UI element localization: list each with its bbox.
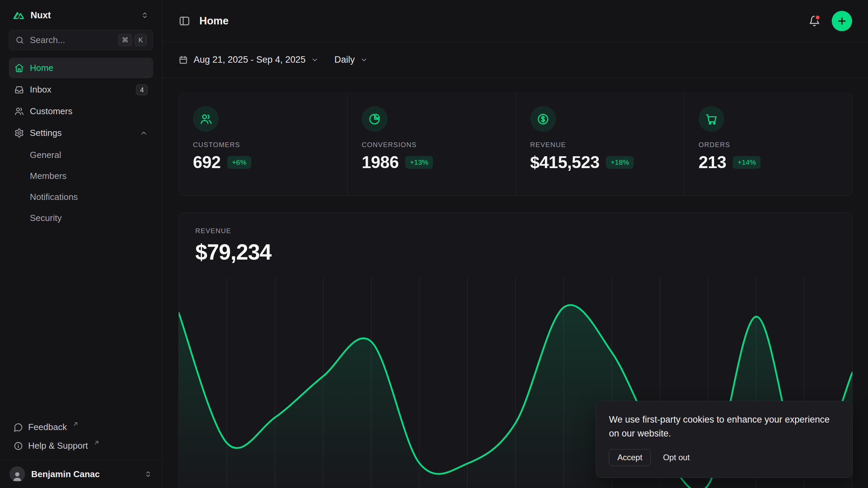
stat-orders[interactable]: ORDERS 213 +14% xyxy=(684,93,852,196)
feedback-bubble-icon xyxy=(14,423,23,432)
sidebar-item-customers[interactable]: Customers xyxy=(9,101,153,122)
users-icon xyxy=(14,106,24,116)
stat-value: $415,523 xyxy=(530,152,600,172)
filters-toolbar: Aug 21, 2025 - Sep 4, 2025 Daily xyxy=(162,42,868,78)
search-placeholder: Search... xyxy=(30,35,65,45)
revenue-card-value: $79,234 xyxy=(195,240,836,265)
kbd-k: K xyxy=(135,34,147,46)
stat-conversions[interactable]: CONVERSIONS 1986 +13% xyxy=(347,93,516,196)
info-circle-icon xyxy=(14,441,23,451)
calendar-icon xyxy=(178,55,188,65)
search-kbd-group: ⌘ K xyxy=(118,34,147,46)
sidebar-item-home[interactable]: Home xyxy=(9,58,153,78)
nuxt-logo-icon xyxy=(13,9,24,21)
page-title: Home xyxy=(199,15,229,27)
feedback-link[interactable]: Feedback xyxy=(9,418,153,436)
stat-value: 1986 xyxy=(362,152,399,172)
panel-left-icon xyxy=(178,15,191,27)
kbd-cmd: ⌘ xyxy=(118,34,132,46)
external-link-icon xyxy=(73,421,78,427)
dollar-circle-icon xyxy=(530,106,556,132)
stat-label: REVENUE xyxy=(530,141,670,149)
sidebar-item-notifications[interactable]: Notifications xyxy=(9,186,153,207)
chevron-up-down-icon xyxy=(144,470,153,479)
cookie-optout-button[interactable]: Opt out xyxy=(663,453,690,462)
revenue-card-label: REVENUE xyxy=(195,227,836,235)
stat-label: CUSTOMERS xyxy=(193,141,333,149)
notifications-button[interactable] xyxy=(809,15,820,27)
chevron-up-down-icon xyxy=(140,11,149,20)
external-link-icon xyxy=(94,440,99,446)
sidebar-item-label: Customers xyxy=(30,106,73,117)
app-root: Nuxt Search... ⌘ K Home Inbo xyxy=(0,0,868,488)
date-range-picker[interactable]: Aug 21, 2025 - Sep 4, 2025 xyxy=(178,55,319,65)
sidebar-item-security[interactable]: Security xyxy=(9,207,153,228)
user-menu[interactable]: Benjamin Canac xyxy=(0,460,162,488)
sidebar-spacer xyxy=(0,228,162,418)
plus-icon xyxy=(836,16,847,26)
add-button[interactable] xyxy=(832,11,852,31)
stat-delta-badge: +14% xyxy=(733,156,761,168)
stat-label: ORDERS xyxy=(698,141,838,149)
cookie-accept-button[interactable]: Accept xyxy=(609,449,651,466)
granularity-select[interactable]: Daily xyxy=(334,55,368,65)
stat-delta-badge: +13% xyxy=(405,156,433,168)
workspace-selector[interactable]: Nuxt xyxy=(9,5,153,25)
workspace-name: Nuxt xyxy=(31,10,51,21)
help-support-link[interactable]: Help & Support xyxy=(9,436,153,455)
sidebar: Nuxt Search... ⌘ K Home Inbo xyxy=(0,0,162,488)
stat-value: 692 xyxy=(193,152,221,172)
stat-revenue[interactable]: REVENUE $415,523 +18% xyxy=(516,93,684,196)
users-icon xyxy=(193,106,219,132)
sidebar-item-label: Settings xyxy=(30,128,62,138)
stat-label: CONVERSIONS xyxy=(362,141,501,149)
cookie-message: We use first-party cookies to enhance yo… xyxy=(609,413,840,440)
stat-customers[interactable]: CUSTOMERS 692 +6% xyxy=(179,93,347,196)
stat-delta-badge: +18% xyxy=(606,156,634,168)
chevron-down-icon xyxy=(311,56,319,64)
chevron-down-icon xyxy=(360,56,368,64)
sidebar-item-label: Inbox xyxy=(30,84,52,95)
cookie-consent-toast: We use first-party cookies to enhance yo… xyxy=(596,401,853,478)
sidebar-nav: Home Inbox 4 Customers Settings General … xyxy=(0,58,162,228)
chevron-up-icon xyxy=(140,129,148,137)
sidebar-item-general[interactable]: General xyxy=(9,144,153,165)
search-input[interactable]: Search... ⌘ K xyxy=(9,30,153,50)
stat-value: 213 xyxy=(698,152,726,172)
avatar xyxy=(9,466,25,482)
sidebar-footer: Feedback Help & Support xyxy=(0,418,162,460)
cart-icon xyxy=(698,106,724,132)
search-icon xyxy=(15,36,24,45)
notification-dot xyxy=(814,14,821,21)
inbox-icon xyxy=(14,85,24,95)
home-icon xyxy=(14,63,24,73)
stats-summary-card: CUSTOMERS 692 +6% CONVERSIONS 1986 +13% xyxy=(178,93,853,196)
sidebar-toggle-button[interactable] xyxy=(178,15,191,27)
sidebar-item-inbox[interactable]: Inbox 4 xyxy=(9,79,153,100)
user-name: Benjamin Canac xyxy=(31,469,100,480)
inbox-count-badge: 4 xyxy=(136,84,148,95)
gear-icon xyxy=(14,128,24,138)
sidebar-item-members[interactable]: Members xyxy=(9,165,153,186)
stat-delta-badge: +6% xyxy=(227,156,251,168)
pie-chart-icon xyxy=(362,106,388,132)
sidebar-item-settings[interactable]: Settings xyxy=(9,123,153,143)
sidebar-item-label: Home xyxy=(30,63,53,73)
topbar: Home xyxy=(162,0,868,42)
